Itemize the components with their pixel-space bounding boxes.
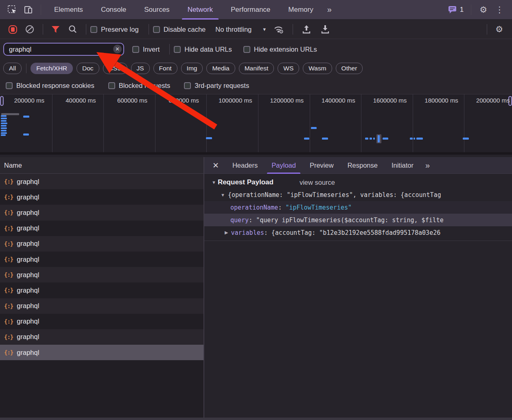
inspect-element-icon[interactable] [4,5,20,15]
request-name: graphql [17,302,39,310]
import-har-icon[interactable] [297,25,316,34]
variables-row[interactable]: ▶ variables: {accountTag: "b12e3b2192ee5… [204,226,512,239]
filter-chip-fetch-xhr[interactable]: Fetch/XHR [31,63,73,74]
more-panels-icon[interactable]: » [322,5,336,14]
issues-button[interactable]: 1 [445,6,467,14]
devtools-tab-bar: ElementsConsoleSourcesNetworkPerformance… [0,0,512,20]
request-payload-section: ▼ Request Payload view source [204,174,512,188]
filter-chip-doc[interactable]: Doc [77,63,99,74]
3rd-party-requests-checkbox[interactable] [184,82,191,89]
preserve-log-label: Preserve log [101,26,139,33]
close-detail-icon[interactable]: ✕ [204,161,225,170]
settings-gear-icon[interactable]: ⚙ [475,5,491,15]
divider [169,44,170,55]
filter-chip-css[interactable]: CSS [103,63,127,74]
invert-checkbox[interactable] [132,46,139,53]
blocked-requests-checkbox[interactable] [108,82,115,89]
filter-chip-font[interactable]: Font [153,63,177,74]
tab-memory[interactable]: Memory [279,0,322,20]
request-row[interactable]: {:}graphql [0,314,203,329]
disable-cache-checkbox[interactable] [153,26,160,33]
request-row[interactable]: {:}graphql [0,205,203,220]
divider [149,24,149,35]
tab-elements[interactable]: Elements [45,0,92,20]
payload-root-row[interactable]: ▼ {operationName: "ipFlowTimeseries", va… [204,188,512,201]
detail-tab-preview[interactable]: Preview [303,157,341,174]
tab-performance[interactable]: Performance [222,0,279,20]
detail-tab-payload[interactable]: Payload [265,157,303,174]
filter-chip-other[interactable]: Other [336,63,363,74]
filter-icon[interactable] [47,26,64,33]
request-name: graphql [17,209,39,217]
throttling-dropdown[interactable]: No throttling ▼ [215,26,267,33]
tab-console[interactable]: Console [92,0,135,20]
filter-chip-img[interactable]: Img [181,63,203,74]
hide-extension-urls-label: Hide extension URLs [254,46,317,53]
timeline-activity-mark [410,138,413,140]
payload-value: "query ipFlowTimeseries($accountTag: str… [256,217,444,224]
timeline-activity-mark [1,125,7,127]
fetch-xhr-braces-icon: {:} [4,318,13,325]
request-row[interactable]: {:}graphql [0,189,203,205]
fetch-xhr-braces-icon: {:} [4,178,13,185]
more-detail-tabs-icon[interactable]: » [420,161,434,170]
network-overview-timeline[interactable]: 200000 ms400000 ms600000 ms800000 ms1000… [0,94,512,155]
timeline-tick-label: 1600000 ms [361,97,413,104]
tab-network[interactable]: Network [179,0,222,20]
kebab-menu-icon[interactable]: ⋮ [491,5,508,15]
filter-chip-manifest[interactable]: Manifest [239,63,274,74]
request-name: graphql [17,333,39,341]
search-icon[interactable] [64,25,82,34]
blocked-response-cookies-checkbox[interactable] [6,82,13,89]
filter-chip-wasm[interactable]: Wasm [303,63,332,74]
divider [43,24,43,35]
timeline-activity-mark [322,138,328,140]
filter-chip-js[interactable]: JS [131,63,150,74]
timeline-column: 600000 ms [104,94,155,152]
request-row[interactable]: {:}graphql [0,282,203,298]
timeline-activity-mark [373,138,375,140]
payload-value: {accountTag: "b12e3b2192ee5588fdad995178… [271,229,440,236]
filter-input[interactable] [3,43,124,56]
operation-name-row[interactable]: operationName: "ipFlowTimeseries" [204,201,512,214]
timeline-column: 200000 ms [1,94,53,152]
preserve-log-checkbox[interactable] [90,26,97,33]
collapsed-triangle-icon[interactable]: ▶ [225,230,228,235]
export-har-icon[interactable] [316,25,335,34]
network-conditions-icon[interactable] [269,25,289,34]
request-row[interactable]: {:}graphql [0,298,203,314]
filter-chip-media[interactable]: Media [206,63,235,74]
name-column-header[interactable]: Name [0,157,203,174]
request-row[interactable]: {:}graphql [0,329,203,345]
detail-tab-initiator[interactable]: Initiator [385,157,420,174]
request-row[interactable]: {:}graphql [0,252,203,267]
request-row[interactable]: {:}graphql [0,345,203,360]
hide-data-urls-checkbox[interactable] [174,46,181,53]
query-row[interactable]: query: "query ipFlowTimeseries($accountT… [204,214,512,226]
expand-triangle-icon[interactable]: ▼ [212,180,216,185]
clear-filter-icon[interactable]: ✕ [113,45,122,53]
timeline-activity-mark [365,138,368,140]
request-row[interactable]: {:}graphql [0,267,203,282]
clear-network-log-icon[interactable] [21,25,39,34]
detail-tab-response[interactable]: Response [341,157,385,174]
filter-chip-all[interactable]: All [3,63,22,74]
detail-tab-headers[interactable]: Headers [225,157,265,174]
expand-triangle-icon[interactable]: ▼ [221,192,225,197]
bottom-scrollbar-track[interactable] [0,418,512,420]
request-name: graphql [17,271,39,279]
filter-input-wrap: ✕ [3,43,124,56]
timeline-tick-label: 1400000 ms [310,97,361,104]
filter-chip-ws[interactable]: WS [278,63,299,74]
request-row[interactable]: {:}graphql [0,236,203,252]
record-network-log-button[interactable] [9,25,17,34]
network-settings-gear-icon[interactable]: ⚙ [491,24,507,34]
divider [471,4,471,15]
hide-extension-urls-checkbox[interactable] [243,46,250,53]
timeline-tick-label: 2000000 ms [464,97,512,104]
request-row[interactable]: {:}graphql [0,174,203,189]
request-row[interactable]: {:}graphql [0,221,203,236]
view-source-link[interactable]: view source [300,179,335,186]
tab-sources[interactable]: Sources [135,0,178,20]
device-toolbar-icon[interactable] [20,5,37,15]
